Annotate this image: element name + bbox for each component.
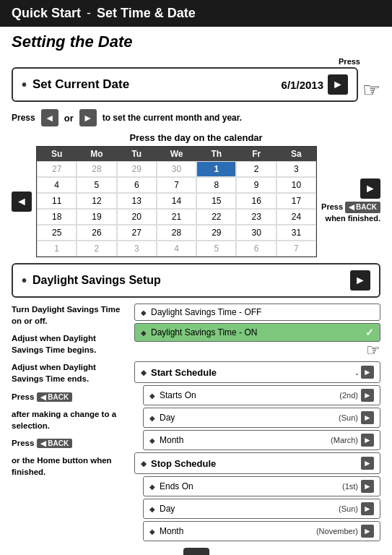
instr-5: after making a change to a selection.	[12, 408, 127, 431]
cal-header-tu: Tu	[117, 147, 157, 161]
start-schedule-item[interactable]: ◆ Start Schedule . ►	[134, 361, 380, 383]
next-month-button[interactable]: ►	[79, 109, 97, 126]
start-schedule-arrow[interactable]: ►	[361, 366, 374, 379]
month1-arrow[interactable]: ►	[361, 434, 374, 447]
dst-off-item[interactable]: ◆ Daylight Savings Time - OFF	[134, 304, 380, 321]
cal-cell-r4c4[interactable]: 29	[196, 225, 236, 241]
header-separator: -	[87, 6, 91, 21]
month2-item[interactable]: ◆ Month (November) ►	[143, 521, 380, 541]
diamond-day1-icon: ◆	[149, 414, 155, 422]
press-back-right: Press ◀ BACK when finished.	[321, 202, 380, 224]
dst-on-item[interactable]: ◆ Daylight Savings Time - ON ✓	[134, 323, 380, 342]
instr-1: Turn Daylight Savings Time on or off.	[12, 304, 127, 327]
cal-cell-r1c6[interactable]: 10	[276, 177, 316, 193]
cal-cell-r3c6[interactable]: 24	[276, 209, 316, 225]
ends-on-label: Ends On	[160, 481, 193, 491]
day1-arrow[interactable]: ►	[361, 411, 374, 424]
starts-on-arrow[interactable]: ►	[361, 389, 374, 402]
stop-schedule-item[interactable]: ◆ Stop Schedule ►	[134, 452, 380, 474]
date-box: • Set Current Date 6/1/2013 ►	[12, 67, 358, 102]
cal-cell-r3c5[interactable]: 23	[236, 209, 276, 225]
press-label-nav: Press	[12, 113, 35, 123]
dst-box[interactable]: • Daylight Savings Setup ►	[12, 263, 380, 298]
cal-cell-r5c0: 1	[37, 241, 77, 257]
cal-cell-r4c0[interactable]: 25	[37, 225, 77, 241]
back-button-calendar[interactable]: ◀ BACK	[345, 202, 380, 213]
month1-label: Month	[160, 435, 183, 445]
diamond-startson-icon: ◆	[149, 392, 155, 400]
starts-on-value: (2nd)	[339, 391, 358, 400]
cal-cell-r0c5[interactable]: 2	[236, 161, 276, 177]
dst-bullet: •	[22, 272, 27, 289]
cal-cell-r0c4[interactable]: 1	[196, 161, 236, 177]
calendar-prev-button[interactable]: ◄	[12, 192, 32, 212]
cal-cell-r3c1[interactable]: 19	[77, 209, 116, 225]
stop-schedule-label: Stop Schedule	[151, 458, 216, 469]
diamond-start-icon: ◆	[141, 369, 147, 377]
instr-7: or the Home button when finished.	[12, 455, 127, 478]
cal-header-mo: Mo	[77, 147, 116, 161]
cal-cell-r1c1[interactable]: 5	[77, 177, 116, 193]
diamond-month2-icon: ◆	[149, 528, 155, 535]
section-title: Setting the Date	[12, 33, 380, 51]
cal-cell-r2c2[interactable]: 13	[117, 193, 157, 209]
month1-item[interactable]: ◆ Month (March) ►	[143, 430, 380, 450]
cal-cell-r3c0[interactable]: 18	[37, 209, 77, 225]
month2-arrow[interactable]: ►	[361, 525, 374, 538]
cal-header-fr: Fr	[236, 147, 276, 161]
diamond-month1-icon: ◆	[149, 436, 155, 444]
diamond-endson-icon: ◆	[149, 483, 155, 491]
date-forward-button[interactable]: ►	[328, 74, 348, 95]
cal-cell-r1c0[interactable]: 4	[37, 177, 77, 193]
dst-label: Daylight Savings Setup	[32, 274, 161, 287]
bullet-icon: •	[22, 77, 27, 93]
cal-cell-r4c2[interactable]: 27	[117, 225, 157, 241]
cal-cell-r2c0[interactable]: 11	[37, 193, 77, 209]
cal-cell-r5c4: 5	[196, 241, 236, 257]
cal-cell-r1c2[interactable]: 6	[117, 177, 157, 193]
diamond-icon-on: ◆	[141, 329, 147, 337]
cal-cell-r2c5[interactable]: 16	[236, 193, 276, 209]
cal-cell-r4c3[interactable]: 28	[157, 225, 196, 241]
cal-cell-r1c3[interactable]: 7	[157, 177, 196, 193]
cal-cell-r5c3: 4	[157, 241, 196, 257]
left-instructions: Turn Daylight Savings Time on or off. Ad…	[12, 304, 127, 543]
cal-cell-r4c1[interactable]: 26	[77, 225, 116, 241]
cal-cell-r4c5[interactable]: 30	[236, 225, 276, 241]
cal-cell-r1c5[interactable]: 9	[236, 177, 276, 193]
stop-schedule-arrow[interactable]: ►	[361, 457, 374, 470]
cal-cell-r1c4[interactable]: 8	[196, 177, 236, 193]
starts-on-item[interactable]: ◆ Starts On (2nd) ►	[143, 385, 380, 405]
cal-cell-r3c3[interactable]: 21	[157, 209, 196, 225]
page-header: Quick Start - Set Time & Date	[0, 0, 392, 27]
prev-month-button[interactable]: ◄	[41, 109, 58, 126]
cal-cell-r3c4[interactable]: 22	[196, 209, 236, 225]
day1-item[interactable]: ◆ Day (Sun) ►	[143, 408, 380, 428]
cal-cell-r2c1[interactable]: 12	[77, 193, 116, 209]
cal-cell-r3c2[interactable]: 20	[117, 209, 157, 225]
calendar-header: Su Mo Tu We Th Fr Sa	[37, 147, 316, 161]
calendar-next-button[interactable]: ►	[360, 178, 380, 199]
back-button-instr1[interactable]: ◀ BACK	[37, 392, 73, 402]
diamond-icon-off: ◆	[141, 309, 147, 317]
back-button-instr2[interactable]: ◀ BACK	[37, 439, 73, 448]
cal-cell-r4c6[interactable]: 31	[276, 225, 316, 241]
day1-label: Day	[160, 413, 175, 423]
day2-item[interactable]: ◆ Day (Sun) ►	[143, 499, 380, 519]
cal-cell-r5c1: 2	[77, 241, 116, 257]
cal-cell-r2c3[interactable]: 14	[157, 193, 196, 209]
ends-on-item[interactable]: ◆ Ends On (1st) ►	[143, 476, 380, 496]
header-subtitle: Set Time & Date	[97, 6, 196, 21]
starts-on-label: Starts On	[160, 390, 196, 400]
ends-on-arrow[interactable]: ►	[361, 480, 374, 493]
day2-arrow[interactable]: ►	[361, 502, 374, 515]
calendar-title: Press the day on the calendar	[12, 132, 380, 143]
cal-cell-r2c6[interactable]: 17	[276, 193, 316, 209]
cal-header-th: Th	[196, 147, 236, 161]
dst-forward-button[interactable]: ►	[350, 270, 370, 291]
cal-cell-r0c6[interactable]: 3	[276, 161, 316, 177]
month1-value: (March)	[331, 436, 358, 444]
nav-row: Press ◄ or ► to set the current month an…	[12, 109, 380, 126]
cal-cell-r2c4[interactable]: 15	[196, 193, 236, 209]
calendar-body: 2728293012345678910111213141516171819202…	[37, 161, 316, 257]
